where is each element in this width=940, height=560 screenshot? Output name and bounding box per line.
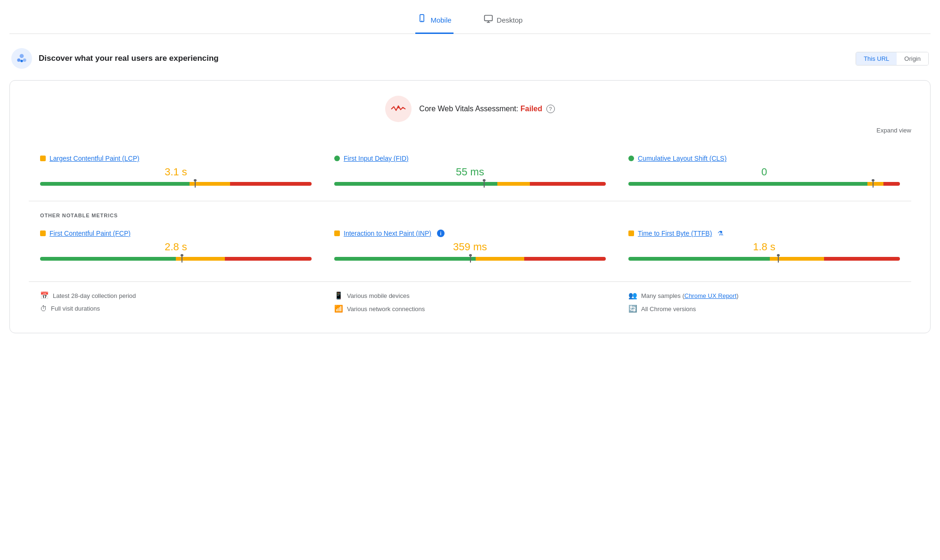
footer-collection-period: 📅 Latest 28-day collection period — [40, 291, 312, 300]
fcp-bar — [40, 257, 312, 261]
assessment-status: Failed — [520, 105, 542, 113]
main-card: Core Web Vitals Assessment: Failed ? Exp… — [9, 80, 931, 333]
header-left: Discover what your real users are experi… — [11, 48, 219, 69]
assessment-help-icon[interactable]: ? — [546, 105, 555, 113]
ttfb-bar-green — [628, 257, 770, 261]
footer-visit-text: Full visit durations — [51, 305, 100, 312]
this-url-button[interactable]: This URL — [856, 52, 897, 65]
lcp-bar-green — [40, 182, 190, 186]
fcp-value: 2.8 s — [40, 241, 312, 253]
ttfb-value: 1.8 s — [628, 241, 900, 253]
mobile-device-icon: 📱 — [334, 291, 343, 300]
mobile-icon — [417, 14, 427, 26]
cls-bar — [628, 182, 900, 186]
header-avatar — [11, 48, 32, 69]
samples-icon: 👥 — [628, 291, 637, 300]
footer-col-3: 👥 Many samples (Chrome UX Report) 🔄 All … — [617, 291, 911, 318]
lcp-value: 3.1 s — [40, 166, 312, 178]
fcp-status-dot — [40, 231, 46, 236]
fid-bar — [334, 182, 606, 186]
lcp-marker — [195, 180, 196, 188]
origin-button[interactable]: Origin — [897, 52, 928, 65]
footer-network-connections: 📶 Various network connections — [334, 305, 606, 313]
tab-bar: Mobile Desktop — [9, 9, 931, 34]
metric-fid: First Input Delay (FID) 55 ms — [323, 145, 617, 197]
fid-bar-green — [334, 182, 497, 186]
lcp-status-dot — [40, 156, 46, 161]
assessment-header: Core Web Vitals Assessment: Failed ? — [29, 96, 911, 122]
lcp-bar — [40, 182, 312, 186]
tab-desktop-label: Desktop — [497, 16, 523, 24]
network-icon: 📶 — [334, 305, 343, 313]
ttfb-link[interactable]: Time to First Byte (TTFB) — [638, 230, 712, 237]
fid-marker — [484, 180, 485, 188]
cls-bar-green — [628, 182, 867, 186]
inp-bar-green — [334, 257, 476, 261]
desktop-icon — [484, 14, 493, 26]
other-metrics-grid: First Contentful Paint (FCP) 2.8 s Inter… — [29, 220, 911, 272]
inp-link[interactable]: Interaction to Next Paint (INP) — [344, 230, 431, 237]
footer-mobile-devices: 📱 Various mobile devices — [334, 291, 606, 300]
cls-value: 0 — [628, 166, 900, 178]
cls-marker — [873, 180, 874, 188]
section-divider — [29, 201, 911, 201]
fid-bar-orange — [497, 182, 530, 186]
assessment-title-text: Core Web Vitals Assessment: Failed ? — [419, 105, 554, 114]
fid-value: 55 ms — [334, 166, 606, 178]
timer-icon: ⏱ — [40, 305, 47, 313]
inp-bar-red — [524, 257, 606, 261]
fcp-bar-red — [225, 257, 312, 261]
svg-point-8 — [23, 58, 26, 62]
core-metrics-grid: Largest Contentful Paint (LCP) 3.1 s Fir… — [29, 145, 911, 197]
inp-info-icon[interactable]: i — [437, 230, 445, 237]
footer-network-text: Various network connections — [347, 305, 425, 313]
fcp-link[interactable]: First Contentful Paint (FCP) — [49, 230, 131, 237]
other-metrics-label: OTHER NOTABLE METRICS — [29, 213, 911, 218]
inp-status-dot — [334, 231, 340, 236]
ttfb-marker — [778, 255, 779, 263]
metric-cls: Cumulative Layout Shift (CLS) 0 — [617, 145, 911, 197]
footer-mobile-text: Various mobile devices — [347, 292, 410, 299]
svg-point-2 — [422, 21, 423, 22]
card-footer: 📅 Latest 28-day collection period ⏱ Full… — [29, 281, 911, 318]
cls-bar-orange — [867, 182, 884, 186]
footer-chrome-text: All Chrome versions — [641, 305, 696, 313]
ttfb-bar-red — [824, 257, 900, 261]
inp-marker — [470, 255, 471, 263]
lcp-link[interactable]: Largest Contentful Paint (LCP) — [49, 155, 140, 162]
ttfb-bar — [628, 257, 900, 261]
svg-point-7 — [17, 58, 20, 62]
tab-mobile-label: Mobile — [430, 16, 451, 24]
tab-mobile[interactable]: Mobile — [415, 9, 453, 34]
svg-point-6 — [20, 54, 24, 58]
fid-status-dot — [334, 156, 340, 161]
cls-bar-red — [883, 182, 900, 186]
ttfb-status-dot — [628, 231, 634, 236]
inp-bar — [334, 257, 606, 261]
expand-view[interactable]: Expand view — [29, 127, 911, 134]
cls-status-dot — [628, 156, 634, 161]
fcp-bar-green — [40, 257, 176, 261]
calendar-icon: 📅 — [40, 291, 49, 300]
fid-bar-red — [530, 182, 606, 186]
cls-link[interactable]: Cumulative Layout Shift (CLS) — [638, 155, 726, 162]
tab-desktop[interactable]: Desktop — [482, 9, 525, 34]
fid-link[interactable]: First Input Delay (FID) — [344, 155, 409, 162]
chrome-ux-report-link[interactable]: Chrome UX Report — [684, 292, 737, 299]
url-toggle: This URL Origin — [856, 52, 929, 66]
lcp-bar-red — [230, 182, 312, 186]
ttfb-beaker-icon: ⚗ — [717, 230, 724, 237]
footer-col-2: 📱 Various mobile devices 📶 Various netwo… — [323, 291, 617, 318]
svg-point-9 — [20, 60, 23, 62]
metric-fcp: First Contentful Paint (FCP) 2.8 s — [29, 220, 323, 272]
fcp-marker — [181, 255, 182, 263]
header-title: Discover what your real users are experi… — [39, 54, 219, 63]
svg-rect-3 — [484, 16, 492, 21]
footer-col-1: 📅 Latest 28-day collection period ⏱ Full… — [29, 291, 323, 318]
footer-visit-durations: ⏱ Full visit durations — [40, 305, 312, 313]
metric-lcp: Largest Contentful Paint (LCP) 3.1 s — [29, 145, 323, 197]
assessment-failed-icon — [385, 96, 412, 122]
metric-ttfb: Time to First Byte (TTFB) ⚗ 1.8 s — [617, 220, 911, 272]
assessment-label: Core Web Vitals Assessment: — [419, 105, 518, 113]
footer-samples-text: Many samples (Chrome UX Report) — [641, 292, 739, 299]
